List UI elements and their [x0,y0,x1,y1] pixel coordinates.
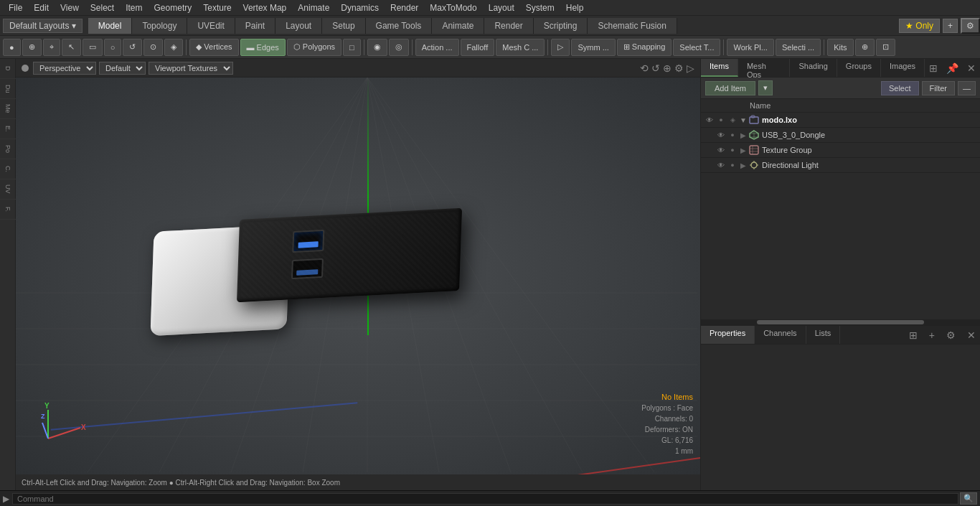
layout-settings-button[interactable]: ⚙ [961,18,980,34]
lock-toggle[interactable]: ● [727,129,738,141]
select-button[interactable]: Select [881,81,919,95]
lock-toggle[interactable]: ● [715,114,727,126]
action-button[interactable]: Action ... [415,39,459,56]
command-arrow[interactable]: ▶ [3,494,9,504]
tool-rotate[interactable]: ↺ [123,39,142,56]
tab-properties[interactable]: Properties [701,326,755,344]
menu-geometry[interactable]: Geometry [149,1,198,14]
menu-dynamics[interactable]: Dynamics [335,1,385,14]
tool-arrow[interactable]: ↖ [62,39,81,56]
polygons-button[interactable]: ⬡ Polygons [287,39,341,56]
tool-filled-circle[interactable]: ◉ [367,39,387,56]
sidebar-item-d[interactable]: D [0,59,16,79]
menu-vertex-map[interactable]: Vertex Map [237,1,293,14]
tool-circle[interactable]: ○ [104,39,122,56]
sidebar-item-du[interactable]: Du [0,79,16,99]
tab-mesh-ops[interactable]: Mesh Ops [738,59,791,77]
tab-shading[interactable]: Shading [790,59,837,77]
grid-icon-button[interactable]: ⊡ [876,39,895,56]
sidebar-item-po[interactable]: Po [0,139,16,159]
sidebar-item-c[interactable]: C. [0,159,16,179]
tab-groups[interactable]: Groups [837,59,881,77]
tab-scripting[interactable]: Scripting [534,18,588,34]
tab-topology[interactable]: Topology [132,18,187,34]
shading-select[interactable]: Default [99,62,146,75]
star-only-button[interactable]: ★ Only [899,19,940,33]
selection-button[interactable]: Selecti ... [776,39,821,56]
expand-button[interactable]: ▶ [738,145,748,155]
filter-button[interactable]: Filter [922,81,955,95]
command-input[interactable] [12,493,958,505]
viewport[interactable]: Perspective Default Viewport Textures ⟲ … [16,59,700,490]
edges-button[interactable]: ▬ Edges [240,39,286,56]
add-layout-button[interactable]: + [943,19,958,33]
add-item-dropdown[interactable]: ▾ [758,80,773,95]
snapping-button[interactable]: ⊞ Snapping [617,39,672,56]
add-icon-button[interactable]: ⊕ [855,39,875,56]
work-plane-button[interactable]: Work Pl... [727,39,773,56]
tab-uvedit[interactable]: UVEdit [187,18,235,34]
mesh-c-button[interactable]: Mesh C ... [496,39,545,56]
sidebar-item-uv[interactable]: UV [0,179,16,200]
menu-view[interactable]: View [55,1,85,14]
menu-maxtomode[interactable]: MaxToModo [424,1,482,14]
tab-channels[interactable]: Channels [755,326,806,344]
viewport-toggle[interactable] [22,65,29,72]
list-item[interactable]: 👁 ● ▶ Texture Group [701,143,980,158]
tool-target[interactable]: ⊙ [143,39,163,56]
expand-button[interactable]: ▼ [738,115,748,125]
panel-pin-button[interactable]: 📌 [942,61,963,75]
kits-button[interactable]: Kits [827,39,853,56]
panel-expand-button[interactable]: ⊞ [925,61,942,75]
list-item[interactable]: 👁 ● ▶ USB_3_0_Dongle [701,128,980,143]
more-button[interactable]: — [958,81,976,95]
expand-button[interactable]: ▶ [738,160,748,170]
tool-box[interactable]: ▭ [83,39,103,56]
vertices-button[interactable]: ◆ Vertices [189,39,238,56]
tab-model[interactable]: Model [88,18,133,34]
horizontal-scrollbar[interactable] [701,319,980,325]
menu-layout[interactable]: Layout [483,1,520,14]
tool-diamond[interactable]: ◈ [164,39,183,56]
menu-system[interactable]: System [520,1,560,14]
select-t-button[interactable]: Select T... [673,39,720,56]
tab-animate[interactable]: Animate [432,18,484,34]
tab-render[interactable]: Render [484,18,533,34]
menu-help[interactable]: Help [560,1,590,14]
sidebar-item-me[interactable]: Me [0,99,16,119]
tool-center[interactable]: ⌖ [43,39,60,56]
tab-items[interactable]: Items [701,59,738,77]
visibility-toggle[interactable]: 👁 [715,144,727,156]
properties-close-button[interactable]: ✕ [963,328,980,342]
menu-animate[interactable]: Animate [292,1,335,14]
sidebar-item-f[interactable]: F. [0,200,16,220]
tab-setup[interactable]: Setup [322,18,365,34]
scroll-thumb[interactable] [757,320,924,324]
visibility-toggle[interactable]: 👁 [704,114,715,126]
menu-select[interactable]: Select [85,1,120,14]
command-search-button[interactable]: 🔍 [960,492,977,505]
zoom-icon[interactable]: ⊕ [663,62,672,74]
expand-icon[interactable]: ▷ [687,62,694,74]
tool-square[interactable]: □ [343,39,361,56]
tab-game-tools[interactable]: Game Tools [366,18,433,34]
layout-dropdown[interactable]: Default Layouts ▾ [3,19,83,33]
menu-file[interactable]: File [3,1,28,14]
lock-toggle[interactable]: ● [727,144,738,156]
visibility-toggle[interactable]: 👁 [715,129,727,141]
fit-icon[interactable]: ⟲ [640,62,649,74]
add-item-button[interactable]: Add Item [705,81,755,95]
symmetry-button[interactable]: Symm ... [571,39,615,56]
expand-button[interactable]: ▶ [738,130,748,140]
camera-select[interactable]: Perspective [33,62,96,75]
reset-icon[interactable]: ↺ [651,62,660,74]
falloff-button[interactable]: Falloff [461,39,495,56]
menu-render[interactable]: Render [385,1,424,14]
lock-toggle[interactable]: ● [727,159,738,171]
render-toggle[interactable]: ◈ [727,114,738,126]
tab-layout[interactable]: Layout [275,18,322,34]
play-button[interactable]: ▷ [551,39,570,56]
menu-texture[interactable]: Texture [197,1,237,14]
list-item[interactable]: 👁 ● ▶ Directional Light [701,158,980,173]
menu-item[interactable]: Item [120,1,148,14]
